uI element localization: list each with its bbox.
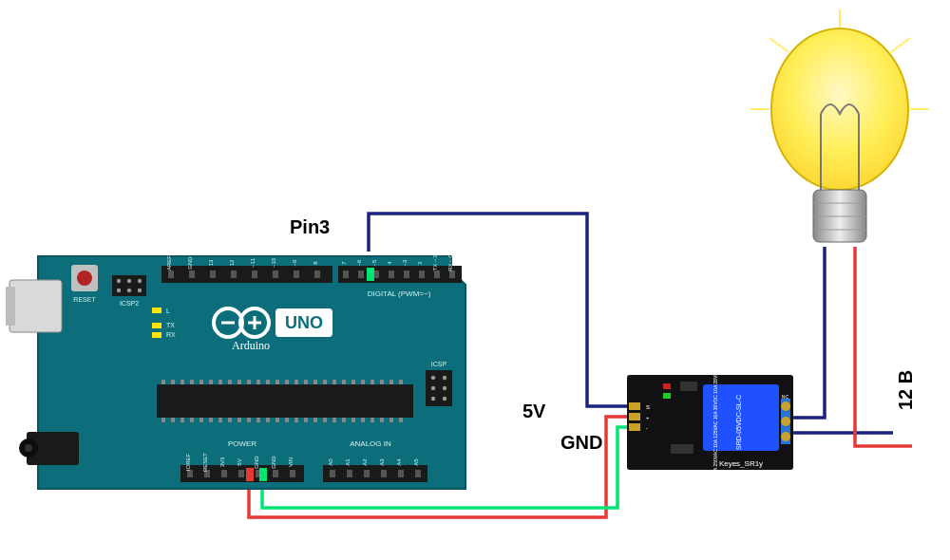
svg-rect-102	[285, 418, 289, 422]
svg-rect-114	[399, 418, 403, 422]
wire-relay-to-bulb	[788, 247, 825, 418]
svg-rect-133	[381, 470, 387, 477]
svg-text:DIGITAL (PWM=~): DIGITAL (PWM=~)	[368, 289, 431, 298]
svg-text:~3: ~3	[402, 259, 408, 267]
svg-text:ANALOG IN: ANALOG IN	[350, 439, 391, 448]
svg-text:A4: A4	[396, 458, 402, 466]
svg-point-168	[781, 432, 790, 441]
svg-text:~5: ~5	[371, 259, 377, 267]
svg-rect-157	[629, 423, 640, 431]
label-5v: 5V	[522, 401, 545, 422]
wiring-diagram: RESET ICSP2 AREF GND 13	[0, 0, 950, 560]
svg-text:GND: GND	[187, 256, 193, 270]
svg-rect-95	[218, 418, 222, 422]
svg-rect-68	[209, 380, 213, 384]
svg-text:GND: GND	[271, 456, 276, 469]
svg-text:RESET: RESET	[202, 453, 208, 472]
svg-text:NC: NC	[782, 394, 789, 400]
svg-rect-85	[370, 380, 374, 384]
svg-rect-130	[330, 470, 335, 477]
svg-text:GND: GND	[254, 456, 259, 469]
svg-rect-69	[218, 380, 222, 384]
svg-text:5V: 5V	[237, 458, 242, 465]
svg-text:A5: A5	[413, 458, 419, 466]
svg-point-6	[77, 271, 92, 286]
svg-rect-51	[152, 323, 162, 328]
svg-text:S: S	[646, 404, 650, 410]
atmega-chip	[157, 384, 413, 418]
svg-rect-90	[171, 418, 175, 422]
svg-rect-161	[663, 383, 671, 389]
svg-rect-71	[238, 380, 241, 384]
svg-rect-64	[171, 380, 175, 384]
svg-point-118	[431, 386, 435, 390]
svg-rect-82	[342, 380, 346, 384]
svg-rect-107	[332, 418, 336, 422]
svg-rect-105	[314, 418, 317, 422]
svg-rect-104	[304, 418, 308, 422]
svg-text:A2: A2	[362, 458, 368, 466]
svg-rect-163	[680, 382, 697, 391]
svg-text:13: 13	[208, 259, 214, 266]
svg-point-11	[138, 279, 142, 283]
svg-text:RX←0: RX←0	[447, 254, 453, 271]
svg-point-166	[781, 401, 790, 411]
svg-point-167	[781, 417, 790, 426]
svg-text:TX: TX	[166, 322, 175, 328]
svg-rect-96	[228, 418, 232, 422]
svg-line-173	[891, 38, 910, 52]
svg-rect-86	[380, 380, 384, 384]
svg-rect-109	[352, 418, 355, 422]
svg-text:Keyes_SR1y: Keyes_SR1y	[719, 459, 763, 468]
svg-point-12	[117, 289, 121, 292]
digital-header-right	[338, 266, 462, 283]
svg-rect-66	[190, 380, 194, 384]
svg-rect-16	[168, 271, 174, 278]
svg-rect-73	[256, 380, 260, 384]
svg-point-121	[443, 397, 446, 401]
svg-rect-72	[247, 380, 251, 384]
svg-rect-80	[323, 380, 327, 384]
svg-rect-129	[290, 470, 295, 477]
svg-rect-87	[390, 380, 393, 384]
svg-rect-22	[294, 271, 299, 278]
svg-point-4	[25, 444, 32, 452]
svg-point-119	[443, 386, 446, 390]
svg-rect-91	[180, 418, 184, 422]
svg-rect-25	[358, 271, 364, 278]
svg-text:A0: A0	[328, 458, 333, 466]
svg-rect-97	[238, 418, 241, 422]
svg-rect-155	[629, 402, 640, 410]
svg-rect-101	[276, 418, 279, 422]
svg-rect-79	[314, 380, 317, 384]
wire-bulb-12v-pos	[855, 247, 912, 446]
svg-rect-89	[162, 418, 165, 422]
svg-rect-67	[200, 380, 203, 384]
svg-rect-110	[361, 418, 365, 422]
svg-rect-18	[210, 271, 216, 278]
svg-rect-78	[304, 380, 308, 384]
arduino-board: RESET ICSP2 AREF GND 13	[6, 254, 466, 489]
svg-point-10	[127, 279, 131, 283]
svg-rect-156	[629, 413, 640, 420]
svg-rect-81	[332, 380, 336, 384]
svg-rect-135	[415, 470, 421, 477]
svg-rect-128	[273, 470, 278, 477]
svg-rect-99	[256, 418, 260, 422]
svg-rect-84	[361, 380, 365, 384]
svg-rect-115	[426, 370, 452, 406]
svg-point-13	[127, 289, 131, 292]
svg-rect-131	[347, 470, 352, 477]
svg-rect-53	[152, 332, 162, 338]
svg-text:RX: RX	[166, 331, 176, 338]
svg-rect-70	[228, 380, 232, 384]
svg-text:UNO: UNO	[285, 313, 323, 332]
svg-text:A3: A3	[379, 458, 385, 466]
svg-rect-126	[238, 470, 244, 477]
label-gnd: GND	[560, 432, 602, 454]
svg-rect-74	[266, 380, 270, 384]
svg-rect-8	[112, 275, 146, 296]
pin-d3	[367, 268, 374, 281]
svg-rect-21	[273, 271, 278, 278]
label-12v: 12 В	[895, 370, 917, 410]
